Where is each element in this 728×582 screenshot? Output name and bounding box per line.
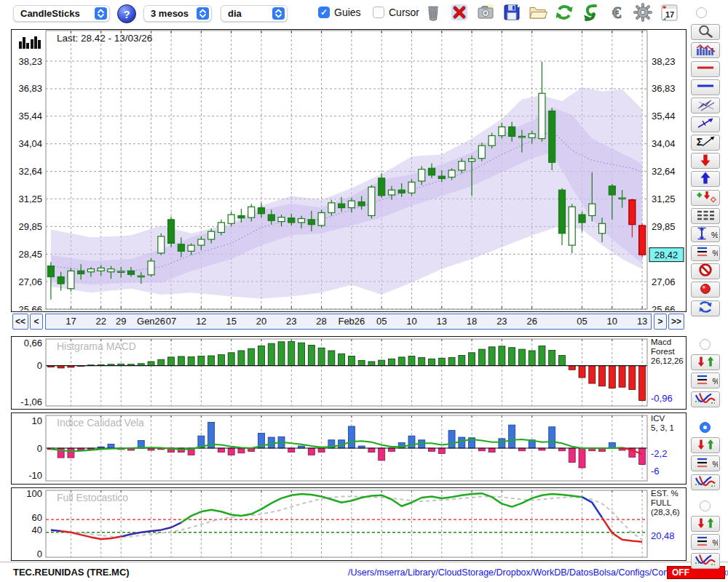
est-tool-updown-arrows[interactable]: [691, 516, 720, 532]
camera-icon: [475, 2, 496, 25]
checkbox-check-icon: [373, 7, 384, 18]
trash-icon-button[interactable]: [422, 3, 444, 25]
toolbar-icon-strip: €17: [422, 3, 680, 25]
scroll-right-button[interactable]: >: [654, 314, 667, 330]
stochastic-panel[interactable]: 10060400Full Estocastico EST. %FULL(28,3…: [11, 487, 687, 561]
table-rows-icon: [693, 208, 718, 225]
refresh-green-icon-button[interactable]: [553, 3, 575, 25]
price-chart-panel[interactable]: 38,2338,2336,8336,8335,4435,4434,0434,04…: [11, 29, 687, 312]
save-icon-button[interactable]: [500, 3, 523, 25]
icv-tool-updown-arrows[interactable]: [691, 437, 720, 453]
macd-tool-updown-arrows[interactable]: [691, 354, 720, 370]
camera-icon-button[interactable]: [474, 3, 496, 25]
date-axis-strip[interactable]: 172229Gen26071215202328Feb26051013182326…: [45, 314, 652, 330]
settings-icon-button[interactable]: [631, 3, 654, 25]
toolbar: CandleSticks ? 3 mesos dia ✓ Guies Curso…: [0, 0, 728, 28]
tool-channel-tool[interactable]: [691, 97, 720, 113]
euro-icon-button[interactable]: €: [605, 3, 628, 25]
macd-tool-lines-percent[interactable]: %: [691, 372, 720, 388]
tool-blue-hline[interactable]: [691, 79, 720, 95]
svg-text:28,45: 28,45: [18, 249, 42, 260]
scroll-left-button[interactable]: <: [30, 314, 43, 330]
icv-panel[interactable]: 100-10Indice Calidad Vela ICV5, 3, 1 -2,…: [11, 412, 687, 485]
icv-panel-radio[interactable]: [700, 422, 711, 433]
updown-arrows-icon: [693, 516, 718, 533]
macd-tool-v-curves[interactable]: [691, 391, 720, 407]
sigma-trendline-icon: Σ: [693, 134, 718, 151]
status-bar: TEC.REUNIDAS (TRE.MC) /Users/mserra/Libr…: [0, 562, 728, 582]
red-hline-icon: [693, 60, 718, 77]
tool-lines-percent[interactable]: %: [691, 245, 720, 261]
chart-window-icon-button[interactable]: [294, 5, 314, 23]
updown-arrows-icon: [693, 437, 718, 454]
tool-arrow-down-red[interactable]: [691, 153, 720, 169]
date-tick-label: 18: [455, 316, 488, 327]
stochastic-chart[interactable]: 10060400Full Estocastico: [12, 488, 685, 559]
scroll-far-right-button[interactable]: >>: [668, 314, 684, 330]
help-button[interactable]: ?: [117, 4, 136, 23]
symbol-label: TEC.REUNIDAS (TRE.MC): [13, 567, 130, 578]
tool-volume-chart[interactable]: [691, 42, 720, 58]
tool-record[interactable]: [691, 282, 720, 298]
cursor-checkbox[interactable]: Cursor: [373, 7, 419, 18]
toolbar-radio[interactable]: [696, 7, 707, 18]
tool-sync-blue[interactable]: [691, 300, 720, 316]
date-tick-label: Feb26: [335, 316, 368, 327]
svg-text:€: €: [612, 3, 621, 22]
sync-blue-icon: [693, 300, 718, 316]
open-folder-icon-button[interactable]: [526, 3, 549, 25]
chevron-up-down-icon: [95, 7, 107, 20]
date-tick-label: 05: [566, 316, 599, 327]
tool-add-signal[interactable]: [691, 190, 720, 206]
icv-tool-lines-percent[interactable]: %: [691, 455, 720, 471]
no-entry-icon: [693, 263, 718, 279]
macd-panel[interactable]: 0,660-1,06Histgrama MACD MacdForest26,12…: [11, 336, 687, 410]
period-select[interactable]: dia: [221, 5, 288, 22]
tool-table-rows[interactable]: [691, 208, 720, 224]
add-signal-icon: [693, 189, 718, 206]
delete-x-icon-button[interactable]: [448, 3, 470, 25]
tool-trendline-arrow[interactable]: [691, 116, 720, 132]
guies-checkbox[interactable]: ✓ Guies: [318, 7, 361, 18]
calendar-icon: 17: [659, 2, 679, 25]
refresh-green-icon: [554, 2, 574, 25]
date-tick-label: 07: [154, 316, 188, 327]
est-tool-v-curves[interactable]: [691, 553, 720, 569]
sync-green-icon-button[interactable]: [579, 3, 601, 25]
date-tick-label: 13: [425, 316, 459, 327]
macd-histogram-chart[interactable]: 0,660-1,06Histgrama MACD: [12, 337, 685, 408]
est-panel-radio[interactable]: [700, 501, 711, 511]
tool-arrow-up-blue[interactable]: [691, 171, 720, 187]
candlestick-chart[interactable]: 38,2338,2336,8336,8335,4435,4434,0434,04…: [12, 30, 685, 311]
calendar-icon-button[interactable]: 17: [657, 3, 680, 25]
chart-type-select[interactable]: CandleSticks: [13, 5, 110, 22]
svg-text:38,23: 38,23: [18, 56, 42, 67]
icv-bar-chart[interactable]: 100-10Indice Calidad Vela: [12, 413, 685, 483]
icv-tool-v-curves[interactable]: [691, 474, 720, 490]
tool-zoom-magnifier[interactable]: [691, 24, 720, 40]
date-tick-label: 10: [596, 316, 629, 327]
est-tool-lines-percent[interactable]: %: [691, 534, 720, 550]
save-icon: [502, 2, 522, 25]
macd-settings-label: MacdForest26,12,26: [651, 338, 684, 366]
svg-text:31,25: 31,25: [652, 194, 676, 204]
range-select[interactable]: 3 mesos: [143, 5, 212, 22]
tool-no-entry[interactable]: [691, 263, 720, 279]
euro-icon: €: [606, 2, 627, 25]
tool-sigma-trendline[interactable]: Σ: [691, 135, 720, 151]
macd-panel-radio[interactable]: [700, 339, 711, 350]
svg-text:36,83: 36,83: [18, 83, 42, 94]
scroll-far-left-button[interactable]: <<: [12, 314, 28, 330]
svg-text:-1,06: -1,06: [20, 396, 42, 407]
tool-red-hline[interactable]: [691, 61, 720, 77]
svg-text:34,04: 34,04: [18, 138, 42, 149]
icv-settings-label: ICV5, 3, 1: [651, 414, 674, 433]
v-curves-icon: [693, 391, 718, 407]
svg-text:32,64: 32,64: [18, 166, 42, 177]
svg-text:-10: -10: [28, 470, 42, 481]
svg-text:27,06: 27,06: [652, 276, 676, 287]
svg-text:Σ: Σ: [697, 136, 703, 148]
icv-line-value: -2,2: [651, 448, 667, 459]
tool-measure-percent[interactable]: %: [691, 226, 720, 242]
chart-type-value: CandleSticks: [14, 8, 95, 19]
